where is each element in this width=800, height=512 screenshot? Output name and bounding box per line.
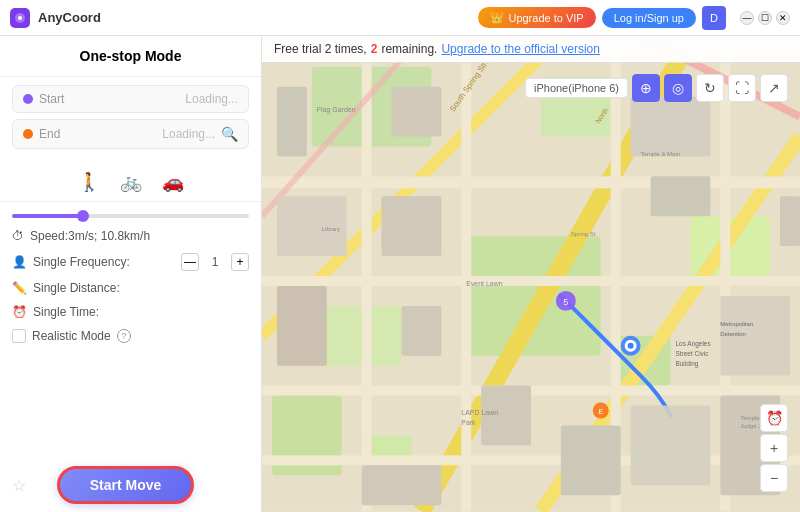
end-label: End (39, 127, 156, 141)
star-icon[interactable]: ☆ (12, 476, 26, 495)
start-input-row[interactable]: Start Loading... (12, 85, 249, 113)
location-btn[interactable]: ⊕ (632, 74, 660, 102)
slider-track[interactable] (12, 214, 249, 218)
maximize-button[interactable]: ☐ (758, 11, 772, 25)
svg-text:E: E (598, 408, 603, 415)
map-controls-top: iPhone(iPhone 6) ⊕ ◎ ↻ ⛶ ↗ (525, 74, 788, 102)
search-icon[interactable]: 🔍 (221, 126, 238, 142)
freq-plus-button[interactable]: + (231, 253, 249, 271)
login-label: Log in/Sign up (614, 12, 684, 24)
speed-slider-container (0, 202, 261, 224)
svg-rect-20 (461, 37, 471, 511)
bike-icon[interactable]: 🚲 (120, 171, 142, 193)
svg-rect-37 (362, 465, 442, 505)
distance-row: ✏️ Single Distance: (0, 276, 261, 300)
speed-label: Speed:3m/s; 10.8km/h (30, 229, 249, 243)
zoom-out-btn[interactable]: − (760, 464, 788, 492)
svg-text:Flag Garden: Flag Garden (317, 106, 356, 114)
svg-text:Building: Building (675, 360, 698, 368)
svg-text:Library: Library (322, 226, 340, 232)
alarm-btn[interactable]: ⏰ (760, 404, 788, 432)
svg-text:Park: Park (461, 419, 476, 426)
speed-icon: ⏱ (12, 229, 24, 243)
map-svg: Flag Garden Event Lawn Spring St Temple … (262, 36, 800, 512)
single-freq-label: Single Frequency: (33, 255, 175, 269)
minimize-button[interactable]: — (740, 11, 754, 25)
banner-text-before: Free trial 2 times, (274, 42, 367, 56)
svg-rect-29 (651, 176, 711, 216)
trial-banner: Free trial 2 times, 2 remaining. Upgrade… (262, 36, 800, 63)
upgrade-button[interactable]: 👑 Upgrade to VIP (478, 7, 595, 28)
main-content: One-stop Mode Start Loading... End Loadi… (0, 36, 800, 512)
svg-rect-27 (392, 87, 442, 137)
start-dot-icon (23, 94, 33, 104)
zoom-in-btn[interactable]: + (760, 434, 788, 462)
window-controls: — ☐ ✕ (740, 11, 790, 25)
upgrade-label: Upgrade to VIP (508, 12, 583, 24)
svg-rect-16 (262, 276, 800, 286)
svg-rect-4 (461, 236, 600, 356)
time-icon: ⏰ (12, 305, 27, 319)
svg-rect-26 (277, 87, 307, 157)
svg-text:5: 5 (563, 297, 568, 307)
realistic-mode-checkbox[interactable] (12, 329, 26, 343)
freq-icon: 👤 (12, 255, 27, 269)
freq-value: 1 (207, 255, 223, 269)
banner-text-after: remaining. (381, 42, 437, 56)
device-label: iPhone(iPhone 6) (525, 78, 628, 98)
svg-text:Event Lawn: Event Lawn (466, 280, 503, 287)
slider-thumb[interactable] (77, 210, 89, 222)
svg-rect-19 (362, 37, 372, 511)
svg-rect-32 (401, 306, 441, 356)
transport-row: 🚶 🚲 🚗 (0, 163, 261, 202)
banner-count: 2 (371, 42, 378, 56)
svg-text:Los Angeles: Los Angeles (675, 340, 710, 348)
svg-text:Detention: Detention (720, 331, 746, 337)
left-panel: One-stop Mode Start Loading... End Loadi… (0, 36, 262, 512)
slider-fill (12, 214, 83, 218)
single-distance-label: Single Distance: (33, 281, 249, 295)
panel-title: One-stop Mode (0, 36, 261, 77)
map-controls-bottom-right: ⏰ + − (760, 404, 788, 492)
upgrade-link[interactable]: Upgrade to the official version (441, 42, 600, 56)
svg-text:Temple & Main: Temple & Main (641, 151, 680, 157)
svg-rect-33 (631, 406, 711, 486)
start-move-button[interactable]: Start Move (57, 466, 195, 504)
start-value: Loading... (185, 92, 238, 106)
crown-icon: 👑 (490, 11, 504, 24)
rotate-btn[interactable]: ↻ (696, 74, 724, 102)
freq-minus-button[interactable]: — (181, 253, 199, 271)
export-btn[interactable]: ↗ (760, 74, 788, 102)
svg-rect-31 (277, 286, 327, 366)
login-button[interactable]: Log in/Sign up (602, 8, 696, 28)
end-dot-icon (23, 129, 33, 139)
close-button[interactable]: ✕ (776, 11, 790, 25)
walk-icon[interactable]: 🚶 (78, 171, 100, 193)
realistic-mode-label: Realistic Mode (32, 329, 111, 343)
freq-controls: — 1 + (181, 253, 249, 271)
start-label: Start (39, 92, 179, 106)
end-value: Loading... (162, 127, 215, 141)
app-name: AnyCoord (38, 10, 101, 25)
end-input-row[interactable]: End Loading... 🔍 (12, 119, 249, 149)
svg-rect-15 (262, 176, 800, 188)
map-area[interactable]: Free trial 2 times, 2 remaining. Upgrade… (262, 36, 800, 512)
freq-row: 👤 Single Frequency: — 1 + (0, 248, 261, 276)
svg-text:Street Civic: Street Civic (675, 350, 709, 357)
realistic-mode-row: Realistic Mode ? (0, 324, 261, 348)
discord-icon: D (710, 12, 718, 24)
fullscreen-btn[interactable]: ⛶ (728, 74, 756, 102)
title-bar: AnyCoord 👑 Upgrade to VIP Log in/Sign up… (0, 0, 800, 36)
title-right: 👑 Upgrade to VIP Log in/Sign up D — ☐ ✕ (478, 6, 790, 30)
start-move-label: Start Move (90, 477, 162, 493)
car-icon[interactable]: 🚗 (162, 171, 184, 193)
bottom-row: ☆ Start Move (0, 458, 261, 512)
help-icon[interactable]: ? (117, 329, 131, 343)
single-time-label: Single Time: (33, 305, 249, 319)
speed-row: ⏱ Speed:3m/s; 10.8km/h (0, 224, 261, 248)
svg-rect-28 (631, 97, 711, 157)
discord-button[interactable]: D (702, 6, 726, 30)
svg-rect-38 (561, 425, 621, 495)
title-left: AnyCoord (10, 8, 101, 28)
map-mode-btn[interactable]: ◎ (664, 74, 692, 102)
